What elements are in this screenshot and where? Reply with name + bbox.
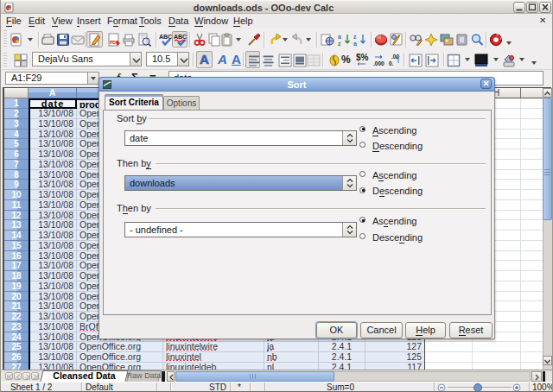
svg-text:z: z [338,41,341,47]
svg-text:ABC: ABC [174,34,187,40]
svg-text:PDF: PDF [110,40,118,45]
svg-text:a: a [353,41,357,47]
svg-text:z: z [353,34,357,40]
svg-text:a: a [338,34,341,40]
svg-text:0.: 0. [389,60,394,66]
svg-text:.000: .000 [373,60,385,66]
